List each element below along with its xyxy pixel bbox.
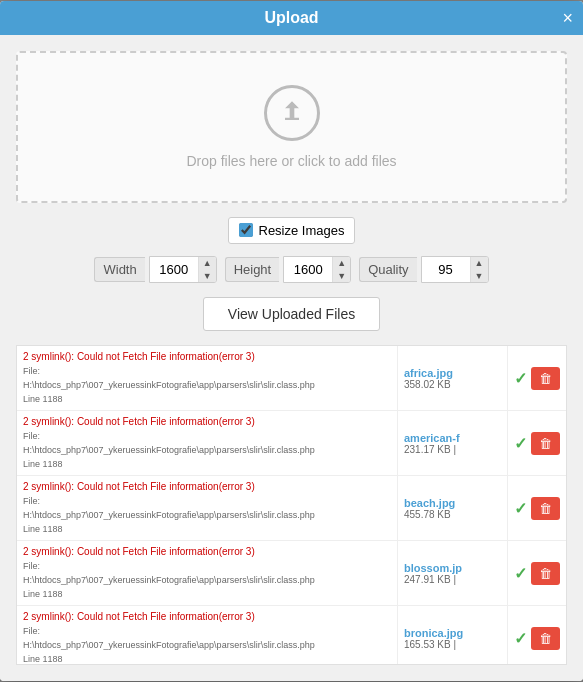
file-error: 2 symlink(): Could not Fetch File inform… [17, 606, 397, 665]
file-actions: ✓ 🗑 [507, 411, 566, 475]
height-down-button[interactable]: ▼ [333, 270, 350, 283]
file-path: File:H:\htdocs_php7\007_ykeruessinkFotog… [23, 431, 315, 469]
upload-dialog: Upload × Drop files here or click to add… [0, 1, 583, 682]
width-up-button[interactable]: ▲ [199, 257, 216, 270]
file-row: 2 symlink(): Could not Fetch File inform… [17, 411, 566, 476]
view-files-button[interactable]: View Uploaded Files [203, 297, 380, 331]
file-name: blossom.jp [404, 562, 462, 574]
delete-button[interactable]: 🗑 [531, 627, 560, 650]
drop-zone-text: Drop files here or click to add files [186, 153, 396, 169]
controls-row: Resize Images [16, 217, 567, 244]
file-error: 2 symlink(): Could not Fetch File inform… [17, 541, 397, 605]
quality-up-button[interactable]: ▲ [471, 257, 488, 270]
file-name: beach.jpg [404, 497, 455, 509]
quality-spinners: ▲ ▼ [470, 257, 488, 283]
checkmark-icon: ✓ [514, 499, 527, 518]
file-info: bronica.jpg 165.53 KB | [397, 606, 507, 665]
file-error: 2 symlink(): Could not Fetch File inform… [17, 476, 397, 540]
delete-button[interactable]: 🗑 [531, 432, 560, 455]
file-info: beach.jpg 455.78 KB [397, 476, 507, 540]
height-spinners: ▲ ▼ [332, 257, 350, 283]
file-info: american-f 231.17 KB | [397, 411, 507, 475]
file-path: File:H:\htdocs_php7\007_ykeruessinkFotog… [23, 626, 315, 664]
resize-images-text: Resize Images [259, 223, 345, 238]
quality-down-button[interactable]: ▼ [471, 270, 488, 283]
height-input-wrap: ▲ ▼ [283, 256, 351, 284]
resize-images-label[interactable]: Resize Images [228, 217, 356, 244]
files-list: 2 symlink(): Could not Fetch File inform… [16, 345, 567, 665]
width-input-wrap: ▲ ▼ [149, 256, 217, 284]
dialog-body: Drop files here or click to add files Re… [0, 35, 583, 682]
error-line: 2 symlink(): Could not Fetch File inform… [23, 481, 255, 492]
file-path: File:H:\htdocs_php7\007_ykeruessinkFotog… [23, 366, 315, 404]
file-size: 358.02 KB [404, 379, 451, 390]
file-row: 2 symlink(): Could not Fetch File inform… [17, 606, 566, 665]
quality-input-wrap: ▲ ▼ [421, 256, 489, 284]
file-info: blossom.jp 247.91 KB | [397, 541, 507, 605]
height-group: Height ▲ ▼ [225, 256, 352, 284]
file-size: 247.91 KB | [404, 574, 456, 585]
delete-button[interactable]: 🗑 [531, 367, 560, 390]
file-actions: ✓ 🗑 [507, 541, 566, 605]
width-input[interactable] [150, 258, 198, 281]
upload-icon [264, 85, 320, 141]
width-spinners: ▲ ▼ [198, 257, 216, 283]
file-size: 165.53 KB | [404, 639, 456, 650]
resize-images-checkbox[interactable] [239, 223, 253, 237]
checkmark-icon: ✓ [514, 434, 527, 453]
file-actions: ✓ 🗑 [507, 606, 566, 665]
quality-label: Quality [359, 257, 416, 282]
dimensions-row: Width ▲ ▼ Height ▲ ▼ [16, 256, 567, 284]
file-row: 2 symlink(): Could not Fetch File inform… [17, 476, 566, 541]
height-input[interactable] [284, 258, 332, 281]
drop-zone[interactable]: Drop files here or click to add files [16, 51, 567, 203]
height-up-button[interactable]: ▲ [333, 257, 350, 270]
file-size: 231.17 KB | [404, 444, 456, 455]
file-name: american-f [404, 432, 460, 444]
checkmark-icon: ✓ [514, 629, 527, 648]
file-path: File:H:\htdocs_php7\007_ykeruessinkFotog… [23, 561, 315, 599]
close-button[interactable]: × [562, 9, 573, 27]
width-group: Width ▲ ▼ [94, 256, 216, 284]
file-error: 2 symlink(): Could not Fetch File inform… [17, 411, 397, 475]
file-size: 455.78 KB [404, 509, 451, 520]
dialog-header: Upload × [0, 1, 583, 35]
checkmark-icon: ✓ [514, 369, 527, 388]
error-line: 2 symlink(): Could not Fetch File inform… [23, 611, 255, 622]
quality-group: Quality ▲ ▼ [359, 256, 488, 284]
file-actions: ✓ 🗑 [507, 346, 566, 410]
file-name: bronica.jpg [404, 627, 463, 639]
width-label: Width [94, 257, 144, 282]
height-label: Height [225, 257, 280, 282]
error-line: 2 symlink(): Could not Fetch File inform… [23, 416, 255, 427]
delete-button[interactable]: 🗑 [531, 497, 560, 520]
dialog-title: Upload [264, 9, 318, 26]
file-info: africa.jpg 358.02 KB [397, 346, 507, 410]
error-line: 2 symlink(): Could not Fetch File inform… [23, 546, 255, 557]
file-path: File:H:\htdocs_php7\007_ykeruessinkFotog… [23, 496, 315, 534]
error-line: 2 symlink(): Could not Fetch File inform… [23, 351, 255, 362]
delete-button[interactable]: 🗑 [531, 562, 560, 585]
file-row: 2 symlink(): Could not Fetch File inform… [17, 346, 566, 411]
checkmark-icon: ✓ [514, 564, 527, 583]
width-down-button[interactable]: ▼ [199, 270, 216, 283]
file-row: 2 symlink(): Could not Fetch File inform… [17, 541, 566, 606]
file-name: africa.jpg [404, 367, 453, 379]
file-actions: ✓ 🗑 [507, 476, 566, 540]
file-error: 2 symlink(): Could not Fetch File inform… [17, 346, 397, 410]
quality-input[interactable] [422, 258, 470, 281]
